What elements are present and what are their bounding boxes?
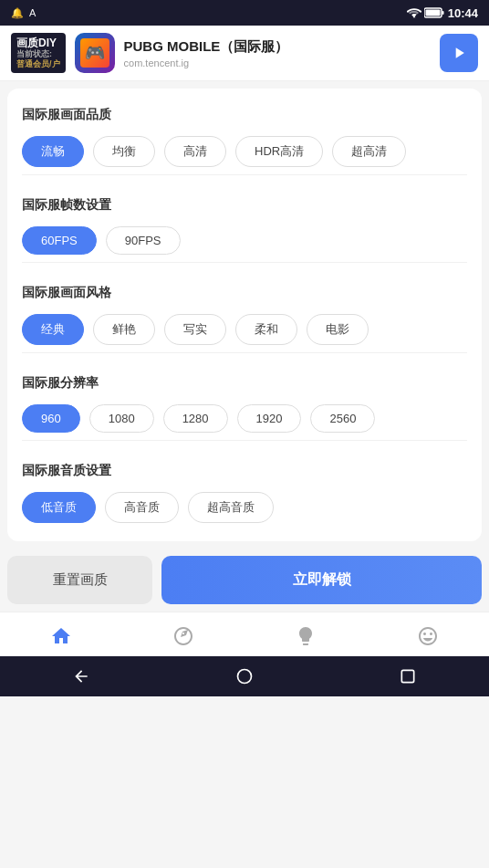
audio-option-high[interactable]: 高音质 xyxy=(105,492,179,523)
play-icon xyxy=(450,44,468,62)
status-bar: 🔔 A 10:44 xyxy=(0,0,489,26)
quality-title: 国际服画面品质 xyxy=(22,107,467,123)
nav-compass[interactable] xyxy=(158,622,209,651)
resolution-option-960[interactable]: 960 xyxy=(22,404,80,433)
recent-button[interactable] xyxy=(395,664,421,689)
resolution-option-1920[interactable]: 1920 xyxy=(237,404,302,433)
quality-section: 国际服画面品质 流畅 均衡 高清 HDR高清 超高清 xyxy=(22,89,467,171)
main-content: 国际服画面品质 流畅 均衡 高清 HDR高清 超高清 国际服帧数设置 60FPS… xyxy=(7,89,482,541)
divider-1 xyxy=(22,174,467,175)
unlock-button[interactable]: 立即解锁 xyxy=(161,556,482,604)
back-button[interactable] xyxy=(68,664,94,689)
quality-option-hdr[interactable]: HDR高清 xyxy=(235,136,323,167)
svg-rect-1 xyxy=(425,10,440,16)
quality-options: 流畅 均衡 高清 HDR高清 超高清 xyxy=(22,136,467,167)
lightbulb-icon xyxy=(295,625,317,647)
home-button[interactable] xyxy=(232,664,257,689)
compass-icon xyxy=(172,625,194,647)
audio-option-low[interactable]: 低音质 xyxy=(22,492,96,523)
recent-icon xyxy=(399,667,417,685)
brand-status: 当前状态: xyxy=(16,49,60,59)
nav-lightbulb[interactable] xyxy=(280,622,331,651)
audio-section: 国际服音质设置 低音质 高音质 超高音质 xyxy=(22,444,467,527)
android-home-icon xyxy=(235,667,254,685)
svg-rect-2 xyxy=(442,11,443,15)
style-options: 经典 鲜艳 写实 柔和 电影 xyxy=(22,314,467,345)
audio-title: 国际服音质设置 xyxy=(22,463,467,479)
resolution-option-1280[interactable]: 1280 xyxy=(163,404,228,433)
resolution-section: 国际服分辨率 960 1080 1280 1920 2560 xyxy=(22,357,467,436)
bottom-nav xyxy=(0,612,489,656)
battery-icon xyxy=(424,7,444,18)
app-header: 画质DIY 当前状态: 普通会员/户 🎮 PUBG MOBILE（国际服） co… xyxy=(0,26,489,81)
svg-point-3 xyxy=(237,670,251,684)
game-package: com.tencent.ig xyxy=(124,58,431,68)
resolution-option-1080[interactable]: 1080 xyxy=(89,404,154,433)
play-button[interactable] xyxy=(440,34,478,72)
quality-option-smooth[interactable]: 流畅 xyxy=(22,136,84,167)
brand-member: 普通会员/户 xyxy=(16,59,60,69)
bottom-actions: 重置画质 立即解锁 xyxy=(7,556,482,604)
game-icon-face: 🎮 xyxy=(80,38,109,68)
style-title: 国际服画面风格 xyxy=(22,285,467,301)
game-name: PUBG MOBILE（国际服） xyxy=(124,38,431,56)
resolution-option-2560[interactable]: 2560 xyxy=(310,404,375,433)
quality-option-ultra[interactable]: 超高清 xyxy=(332,136,406,167)
brand-title: 画质DIY xyxy=(16,37,60,49)
audio-option-ultra[interactable]: 超高音质 xyxy=(188,492,274,523)
divider-3 xyxy=(22,352,467,353)
fps-option-60[interactable]: 60FPS xyxy=(22,226,97,255)
resolution-options: 960 1080 1280 1920 2560 xyxy=(22,404,467,433)
style-section: 国际服画面风格 经典 鲜艳 写实 柔和 电影 xyxy=(22,267,467,349)
back-icon xyxy=(72,667,90,685)
quality-option-balanced[interactable]: 均衡 xyxy=(93,136,155,167)
home-icon xyxy=(50,625,72,647)
status-icons xyxy=(407,7,444,18)
style-option-soft[interactable]: 柔和 xyxy=(235,314,297,345)
time-display: 10:44 xyxy=(448,6,478,20)
fps-option-90[interactable]: 90FPS xyxy=(106,226,181,255)
quality-option-hd[interactable]: 高清 xyxy=(164,136,226,167)
game-info: PUBG MOBILE（国际服） com.tencent.ig xyxy=(124,38,431,68)
svg-rect-4 xyxy=(401,670,413,682)
style-option-realistic[interactable]: 写实 xyxy=(164,314,226,345)
divider-4 xyxy=(22,440,467,441)
style-option-classic[interactable]: 经典 xyxy=(22,314,84,345)
app-icon: A xyxy=(29,7,36,18)
status-left: 🔔 A xyxy=(11,7,36,19)
android-nav-bar xyxy=(0,656,489,696)
wifi-icon xyxy=(407,7,421,18)
game-icon: 🎮 xyxy=(75,33,115,73)
style-option-cinematic[interactable]: 电影 xyxy=(307,314,369,345)
notification-icon: 🔔 xyxy=(11,7,24,19)
smiley-icon xyxy=(417,625,439,647)
style-option-vivid[interactable]: 鲜艳 xyxy=(93,314,155,345)
resolution-title: 国际服分辨率 xyxy=(22,375,467,392)
fps-title: 国际服帧数设置 xyxy=(22,197,467,214)
nav-home[interactable] xyxy=(36,622,87,651)
status-right: 10:44 xyxy=(407,6,478,20)
nav-profile[interactable] xyxy=(402,622,453,651)
fps-section: 国际服帧数设置 60FPS 90FPS xyxy=(22,179,467,258)
divider-2 xyxy=(22,262,467,263)
brand-section: 画质DIY 当前状态: 普通会员/户 xyxy=(11,33,66,73)
audio-options: 低音质 高音质 超高音质 xyxy=(22,492,467,523)
fps-options: 60FPS 90FPS xyxy=(22,226,467,255)
reset-button[interactable]: 重置画质 xyxy=(7,556,152,604)
